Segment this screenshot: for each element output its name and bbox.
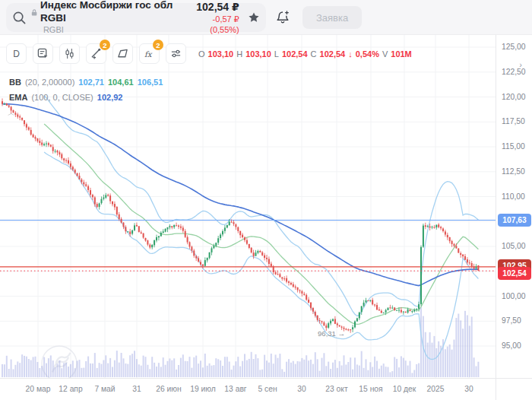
change-arrow-icon: ↓: [348, 49, 353, 59]
shape-tool-button[interactable]: [112, 43, 133, 64]
blue-level-badge[interactable]: 107,63: [498, 214, 531, 227]
trend-line-plus-icon: [90, 48, 102, 59]
ohlc-readout: О 103,10 H 103,10 L 102,54 C 102,54 ↓ 0,…: [198, 49, 412, 59]
volume-bars: [2, 306, 479, 377]
trading-terminal: Индекс Мосбиржи гос обл RGBI RGBI 102,54…: [0, 0, 532, 400]
price-change: -0,57 ₽ (0,55%): [186, 14, 239, 36]
polygon-icon: [117, 48, 128, 59]
price-tick: 112,50: [502, 167, 525, 176]
candlestick-icon: [64, 48, 75, 59]
high-label: H: [236, 49, 242, 59]
change-percent: 0,54%: [356, 49, 379, 59]
ema-name: EMA: [9, 93, 27, 102]
chart-type-button[interactable]: [59, 43, 80, 64]
star-icon: [248, 11, 260, 24]
time-axis[interactable]: 20 мар12 апр7 май3126 июн19 июл13 авг5 с…: [0, 378, 496, 400]
search-button[interactable]: [8, 5, 31, 30]
chart-toolbar: D: [6, 43, 412, 64]
time-tick: 15 ноя: [359, 385, 382, 393]
ema-params: (100, 0, CLOSE): [31, 93, 93, 102]
price-tick: 120,00: [502, 93, 526, 101]
svg-text:fx: fx: [144, 50, 152, 59]
indicators-button[interactable]: fx 2: [139, 43, 160, 64]
current-price-badge[interactable]: 102,54: [498, 267, 531, 280]
price-block: 102,54 ₽ -0,57 ₽ (0,55%): [186, 0, 244, 35]
alerts-button[interactable]: [271, 6, 295, 29]
chart-layout-button[interactable]: [33, 43, 53, 64]
price-tick: 105,00: [502, 242, 526, 250]
favorite-button[interactable]: [244, 6, 264, 29]
ema-value: 102,92: [97, 93, 123, 102]
instrument-header: Индекс Мосбиржи гос обл RGBI RGBI 102,54…: [0, 0, 532, 35]
bb-lower-value: 102,71: [78, 78, 104, 87]
panel-cursor-icon: [37, 48, 49, 59]
last-price: 102,54 ₽: [186, 0, 239, 14]
time-tick: 20 мар: [26, 385, 51, 393]
bb-upper-value: 106,51: [138, 78, 163, 87]
low-annotation[interactable]: 96,31 →: [318, 329, 345, 338]
indicators-count-badge: 2: [153, 40, 163, 50]
low-label: L: [274, 49, 279, 59]
search-icon: [12, 11, 27, 25]
price-tick: 122,50: [502, 68, 526, 76]
indicator-row-bb[interactable]: BB (20, 2,00000) 102,71 104,61 106,51: [9, 78, 163, 87]
time-tick: 30: [297, 385, 306, 393]
timeframe-label: D: [13, 49, 20, 59]
price-tick: 117,50: [502, 117, 525, 125]
price-tick: 100,00: [502, 292, 526, 300]
candles: [2, 98, 479, 332]
timeframe-button[interactable]: D: [6, 43, 27, 64]
time-tick: 12 апр: [59, 385, 82, 393]
chevron-up-icon: ︿: [8, 109, 15, 117]
time-tick: 7 май: [94, 385, 115, 393]
price-tick: 97,50: [502, 316, 521, 325]
price-tick: 115,00: [502, 142, 525, 151]
price-tick: 110,00: [502, 192, 525, 201]
time-tick: 23 окт: [325, 385, 347, 393]
high-value: 103,10: [245, 49, 271, 59]
price-tick: 125,00: [502, 43, 526, 51]
close-value: 102,54: [320, 49, 346, 59]
bb-name: BB: [9, 78, 21, 87]
time-tick: 30: [464, 385, 473, 393]
svg-text:96,31 →: 96,31 →: [318, 329, 345, 338]
time-tick: 31: [132, 385, 141, 393]
drawings-count-badge: 2: [100, 40, 110, 50]
sliders-icon: [170, 48, 182, 59]
low-value: 102,54: [282, 49, 308, 59]
close-label: C: [311, 49, 317, 59]
instrument-title: Индекс Мосбиржи гос обл RGBI: [40, 0, 186, 25]
instrument-title-block: Индекс Мосбиржи гос обл RGBI RGBI: [31, 0, 186, 36]
chart-settings-button[interactable]: [166, 43, 186, 64]
indicator-row-ema[interactable]: EMA (100, 0, CLOSE) 102,92: [9, 93, 122, 102]
volume-label: V: [382, 49, 388, 59]
time-tick: 5 сен: [258, 385, 277, 393]
time-tick: 10 дек: [393, 385, 416, 393]
bb-middle-value: 104,61: [108, 78, 134, 87]
open-label: О: [198, 49, 205, 59]
fx-icon: fx: [144, 49, 156, 59]
order-button[interactable]: Заявка: [302, 6, 362, 29]
bell-plus-icon: [275, 10, 290, 25]
time-tick: 13 авг: [224, 385, 246, 393]
indicator-lines: [2, 96, 478, 360]
axis-corner: [496, 378, 532, 400]
time-tick: 2025: [427, 385, 445, 393]
time-tick: 19 июл: [190, 385, 216, 393]
bb-params: (20, 2,00000): [25, 78, 74, 87]
volume-value: 101M: [391, 49, 412, 59]
instrument-ticker: RGBI: [43, 25, 186, 36]
price-axis[interactable]: › 125,00122,50120,00117,50115,00112,5011…: [496, 35, 532, 378]
collapse-indicators-button[interactable]: ︿: [5, 108, 18, 119]
drawing-tools-button[interactable]: 2: [86, 43, 106, 64]
open-value: 103,10: [208, 49, 234, 59]
chart-area[interactable]: 96,31 → D: [0, 35, 496, 378]
time-tick: 26 июн: [156, 385, 181, 393]
price-tick: 95,00: [502, 341, 521, 350]
instrument-card[interactable]: Индекс Мосбиржи гос обл RGBI RGBI 102,54…: [6, 3, 266, 32]
lock-icon: [31, 8, 37, 17]
